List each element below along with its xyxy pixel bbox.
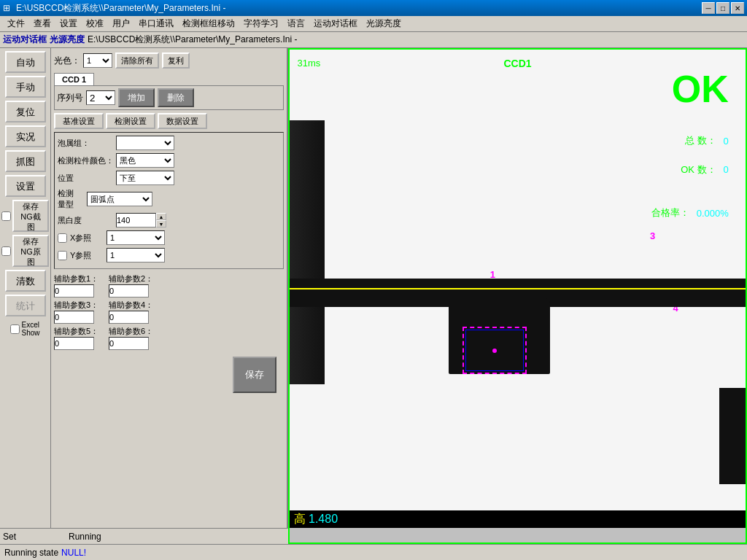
stats-total: 总 数： 0 <box>685 134 729 147</box>
ccd1-tab[interactable]: CCD 1 <box>54 73 94 85</box>
aux1-label: 辅助参数1： <box>54 273 101 284</box>
ccd-label: CCD1 <box>503 58 531 69</box>
running-state-value: NULL! <box>61 548 86 558</box>
color-select[interactable]: 黑色 白色 <box>116 153 174 168</box>
main-area: 自动 手动 复位 实况 抓图 设置 保存 NG截 图 保存 NG原 图 清数 统… <box>0 48 747 528</box>
status-running-label: Running <box>69 532 285 542</box>
running-state-label: Running state <box>4 548 58 558</box>
y-param-checkbox[interactable] <box>58 251 67 260</box>
settings-button[interactable]: 设置 <box>5 175 46 197</box>
menu-item-校准[interactable]: 校准 <box>82 16 108 31</box>
position-select[interactable]: 下至 上至 <box>116 171 174 185</box>
aux-params-area: 辅助参数1： 辅助参数2： 辅助参数3： <box>54 273 284 352</box>
aux1-input[interactable] <box>54 284 94 298</box>
restore-button[interactable]: 复利 <box>162 52 190 69</box>
save-button[interactable]: 保存 <box>233 357 276 393</box>
aux4-input[interactable] <box>109 311 149 324</box>
left-inner: 自动 手动 复位 实况 抓图 设置 保存 NG截 图 保存 NG原 图 清数 统… <box>0 48 287 528</box>
yellow-line <box>288 288 747 289</box>
group-label: 泡属组： <box>58 138 116 149</box>
ok-text: OK <box>672 67 729 111</box>
camera-view: CCD1 31ms OK 总 数： 0 OK 数： 0 合格率： 0.000% … <box>288 48 747 528</box>
gray-spinner: ▲ ▼ <box>116 213 166 228</box>
save-ng-original-button[interactable]: 保存 NG原 图 <box>12 235 49 267</box>
aux6-label: 辅助参数6： <box>109 326 156 337</box>
save-area: 保存 <box>54 352 284 397</box>
app-status-bar: Running state NULL! <box>0 544 747 560</box>
auto-button[interactable]: 自动 <box>5 51 46 73</box>
aux6-input[interactable] <box>109 337 149 350</box>
basic-settings-button[interactable]: 基准设置 <box>54 113 104 129</box>
aux3-input[interactable] <box>54 311 94 324</box>
menu-item-用户[interactable]: 用户 <box>108 16 134 31</box>
color-label: 检测粒件颜色： <box>58 155 116 166</box>
excel-show-checkbox[interactable] <box>10 324 20 334</box>
path-bar: 运动对话框 光源亮度 E:\USBCCD检测系统\\Parameter\My_P… <box>0 32 747 48</box>
add-sequence-button[interactable]: 增加 <box>118 88 155 107</box>
minimize-button[interactable]: ─ <box>702 2 715 14</box>
excel-show-label: Excel Show <box>21 321 39 337</box>
x-param-label: X参照 <box>70 233 107 244</box>
path-value: E:\USBCCD检测系统\\Parameter\My_Parameters.I… <box>88 34 297 46</box>
stats-button[interactable]: 统计 <box>5 295 46 316</box>
brightness-label: 光源亮度 <box>50 34 85 46</box>
region-3-label: 3 <box>650 230 655 241</box>
menu-item-查看[interactable]: 查看 <box>29 16 55 31</box>
reset-button[interactable]: 复位 <box>5 101 46 122</box>
del-sequence-button[interactable]: 删除 <box>158 88 194 107</box>
app-icon: ⊞ <box>3 3 10 13</box>
y-param-label: Y参照 <box>70 250 107 261</box>
left-panel: 自动 手动 复位 实况 抓图 设置 保存 NG截 图 保存 NG原 图 清数 统… <box>0 48 288 528</box>
save-ng-original-checkbox[interactable] <box>1 246 11 256</box>
menu-item-文件[interactable]: 文件 <box>3 16 29 31</box>
light-color-label: 光色： <box>54 55 80 67</box>
live-button[interactable]: 实况 <box>5 125 46 147</box>
aux2-input[interactable] <box>109 284 149 298</box>
detect-label: 检测 量型 <box>58 188 87 210</box>
aux3-label: 辅助参数3： <box>54 300 101 311</box>
timer-label: 31ms <box>298 58 321 69</box>
rate-value: 0.000% <box>697 208 729 219</box>
total-value: 0 <box>724 136 729 147</box>
x-param-select[interactable]: 12 <box>107 230 165 245</box>
menu-item-设置[interactable]: 设置 <box>55 16 82 31</box>
menu-item-串口通讯[interactable]: 串口通讯 <box>134 16 178 31</box>
capture-button[interactable]: 抓图 <box>5 150 46 172</box>
selection-box <box>462 327 527 375</box>
menu-item-运动对话框[interactable]: 运动对话框 <box>309 16 362 31</box>
save-ng-screenshot-button[interactable]: 保存 NG截 图 <box>12 200 49 232</box>
maximize-button[interactable]: □ <box>716 2 729 14</box>
data-settings-button[interactable]: 数据设置 <box>158 113 207 129</box>
title-text: E:\USBCCD检测系统\\Parameter\My_Parameters.I… <box>16 2 225 15</box>
save-ng-screenshot-checkbox[interactable] <box>1 211 11 221</box>
menu-bar: 文件查看设置校准用户串口通讯检测框组移动字符学习语言运动对话框光源亮度 <box>0 16 747 32</box>
group-select[interactable] <box>116 136 174 150</box>
clear-button[interactable]: 清数 <box>5 270 46 292</box>
manual-button[interactable]: 手动 <box>5 76 46 98</box>
clear-all-button[interactable]: 清除所有 <box>115 52 159 69</box>
menu-item-光源亮度[interactable]: 光源亮度 <box>362 16 406 31</box>
gray-down-button[interactable]: ▼ <box>156 220 166 228</box>
aux4-label: 辅助参数4： <box>109 300 156 311</box>
title-bar-left: ⊞ E:\USBCCD检测系统\\Parameter\My_Parameters… <box>3 2 225 15</box>
seq-select[interactable]: 2 <box>86 90 115 105</box>
y-param-select[interactable]: 12 <box>107 248 165 262</box>
aux5-input[interactable] <box>54 337 94 350</box>
x-param-checkbox[interactable] <box>58 233 67 243</box>
light-color-select[interactable]: 1 <box>83 53 112 68</box>
close-button[interactable]: ✕ <box>731 2 744 14</box>
title-bar: ⊞ E:\USBCCD检测系统\\Parameter\My_Parameters… <box>0 0 747 16</box>
detect-select[interactable]: 圆弧点 直线 <box>87 192 152 206</box>
gray-input[interactable] <box>116 213 156 228</box>
stats-ok: OK 数： 0 <box>681 163 729 176</box>
menu-item-语言[interactable]: 语言 <box>283 16 309 31</box>
gray-up-button[interactable]: ▲ <box>156 213 166 220</box>
menu-item-检测框组移动[interactable]: 检测框组移动 <box>178 16 239 31</box>
menu-item-字符学习[interactable]: 字符学习 <box>239 16 283 31</box>
selection-center-dot <box>492 349 497 353</box>
stats-rate: 合格率： 0.000% <box>651 206 729 219</box>
aux5-label: 辅助参数5： <box>54 326 101 337</box>
rate-label: 合格率： <box>651 206 689 219</box>
title-bar-controls: ─ □ ✕ <box>702 2 744 14</box>
detection-settings-button[interactable]: 检测设置 <box>106 113 155 129</box>
